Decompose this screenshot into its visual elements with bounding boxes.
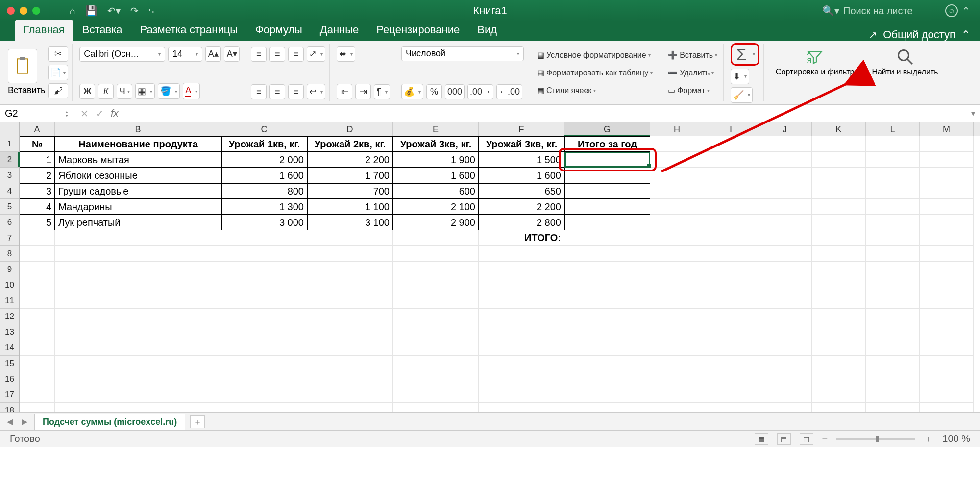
cell[interactable] bbox=[866, 215, 920, 230]
cell[interactable] bbox=[479, 246, 564, 262]
shrink-font-button[interactable]: A▾ bbox=[224, 46, 240, 62]
cell[interactable] bbox=[812, 215, 866, 230]
row-17[interactable]: 17 bbox=[0, 387, 19, 403]
cell[interactable] bbox=[650, 168, 704, 183]
cell[interactable] bbox=[866, 136, 920, 152]
cell[interactable] bbox=[20, 356, 55, 371]
cell[interactable] bbox=[812, 277, 866, 293]
row-18[interactable]: 18 bbox=[0, 403, 19, 413]
cell[interactable]: 4 bbox=[20, 199, 55, 215]
cell[interactable] bbox=[221, 246, 307, 262]
cancel-formula-icon[interactable]: ✕ bbox=[80, 108, 89, 120]
col-D[interactable]: D bbox=[307, 122, 393, 136]
cell[interactable] bbox=[20, 293, 55, 309]
row-14[interactable]: 14 bbox=[0, 340, 19, 356]
cell[interactable] bbox=[704, 309, 758, 324]
cell[interactable]: 600 bbox=[393, 183, 479, 199]
cell[interactable] bbox=[920, 230, 974, 246]
cell[interactable] bbox=[758, 371, 812, 387]
sheet-nav-prev[interactable]: ◀ bbox=[5, 417, 15, 426]
cell[interactable] bbox=[704, 340, 758, 356]
cell[interactable]: Урожай 3кв, кг. bbox=[393, 136, 479, 152]
increase-indent-button[interactable]: ⇥ bbox=[355, 84, 371, 99]
cell[interactable] bbox=[650, 277, 704, 293]
col-C[interactable]: C bbox=[221, 122, 307, 136]
accept-formula-icon[interactable]: ✓ bbox=[96, 108, 104, 120]
cell[interactable] bbox=[704, 277, 758, 293]
cell[interactable] bbox=[650, 387, 704, 403]
cell[interactable] bbox=[479, 293, 564, 309]
cell[interactable] bbox=[307, 262, 393, 277]
col-F[interactable]: F bbox=[479, 122, 564, 136]
col-B[interactable]: B bbox=[55, 122, 221, 136]
cell[interactable] bbox=[20, 387, 55, 403]
cell[interactable]: 1 500 bbox=[479, 152, 564, 168]
italic-button[interactable]: К bbox=[98, 84, 114, 99]
cell[interactable] bbox=[55, 340, 221, 356]
cell[interactable] bbox=[650, 340, 704, 356]
cell[interactable] bbox=[704, 387, 758, 403]
cell[interactable] bbox=[866, 199, 920, 215]
cell[interactable] bbox=[650, 262, 704, 277]
cell[interactable]: 1 600 bbox=[221, 168, 307, 183]
cell[interactable] bbox=[920, 403, 974, 413]
cell[interactable] bbox=[758, 324, 812, 340]
share-icon[interactable]: ↗ bbox=[869, 29, 877, 41]
cell[interactable] bbox=[393, 262, 479, 277]
cell[interactable] bbox=[393, 387, 479, 403]
view-page-break-button[interactable]: ▥ bbox=[800, 433, 813, 445]
cell[interactable] bbox=[20, 340, 55, 356]
spreadsheet-grid[interactable]: A B C D E F G H I J K L M 1 2 3 4 5 6 7 … bbox=[0, 122, 980, 413]
cell[interactable] bbox=[221, 340, 307, 356]
cell[interactable] bbox=[704, 199, 758, 215]
cell[interactable] bbox=[920, 152, 974, 168]
home-icon[interactable]: ⌂ bbox=[70, 5, 75, 17]
cell[interactable] bbox=[393, 246, 479, 262]
cell[interactable] bbox=[920, 356, 974, 371]
cell[interactable]: Марковь мытая bbox=[55, 152, 221, 168]
bold-button[interactable]: Ж bbox=[79, 84, 95, 99]
row-5[interactable]: 5 bbox=[0, 199, 19, 215]
cell[interactable]: ИТОГО: bbox=[479, 230, 564, 246]
cell[interactable] bbox=[479, 309, 564, 324]
cell[interactable] bbox=[20, 230, 55, 246]
cell[interactable] bbox=[812, 262, 866, 277]
cell[interactable] bbox=[564, 403, 650, 413]
chevron-up-icon[interactable]: ⌃ bbox=[962, 5, 970, 17]
cell[interactable] bbox=[221, 309, 307, 324]
cell[interactable]: 2 200 bbox=[479, 199, 564, 215]
cell[interactable]: Наименование продукта bbox=[55, 136, 221, 152]
cell[interactable] bbox=[650, 230, 704, 246]
cell[interactable]: 2 800 bbox=[479, 215, 564, 230]
cell[interactable] bbox=[479, 277, 564, 293]
cell[interactable] bbox=[307, 293, 393, 309]
cell[interactable] bbox=[564, 230, 650, 246]
cell[interactable] bbox=[564, 277, 650, 293]
cell[interactable] bbox=[866, 262, 920, 277]
cell[interactable]: Яблоки сезонные bbox=[55, 168, 221, 183]
cell[interactable] bbox=[564, 340, 650, 356]
cell[interactable] bbox=[920, 340, 974, 356]
close-icon[interactable] bbox=[7, 7, 15, 15]
cell[interactable] bbox=[20, 246, 55, 262]
thousands-button[interactable]: 000 bbox=[445, 84, 465, 99]
cell[interactable]: 1 300 bbox=[221, 199, 307, 215]
sort-filter-button[interactable]: AЯ Сортировка и фильтр bbox=[771, 46, 859, 78]
cell[interactable] bbox=[221, 262, 307, 277]
cell[interactable] bbox=[758, 183, 812, 199]
font-size-select[interactable]: 14▾ bbox=[168, 47, 202, 62]
cell[interactable] bbox=[650, 371, 704, 387]
cell[interactable] bbox=[564, 152, 650, 168]
tab-formulas[interactable]: Формулы bbox=[246, 20, 311, 41]
cell[interactable] bbox=[393, 309, 479, 324]
cell[interactable] bbox=[479, 403, 564, 413]
cell[interactable] bbox=[866, 246, 920, 262]
add-sheet-button[interactable]: ＋ bbox=[190, 415, 205, 428]
cell[interactable] bbox=[393, 293, 479, 309]
cell[interactable] bbox=[221, 277, 307, 293]
cell[interactable] bbox=[920, 277, 974, 293]
tab-view[interactable]: Вид bbox=[468, 20, 506, 41]
cell[interactable] bbox=[650, 403, 704, 413]
cell[interactable] bbox=[307, 403, 393, 413]
cell[interactable] bbox=[221, 356, 307, 371]
